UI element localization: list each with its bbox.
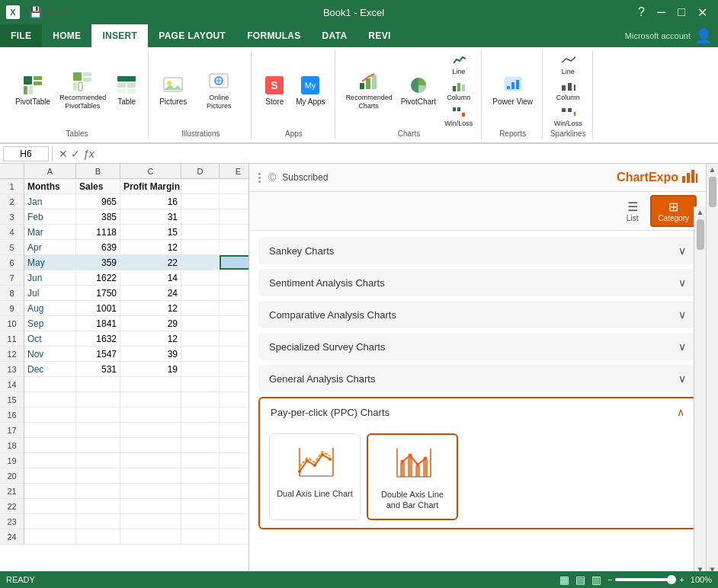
- cell-C4[interactable]: 15: [120, 225, 181, 239]
- cell-A1[interactable]: Months: [24, 179, 76, 193]
- col-header-B[interactable]: B: [76, 164, 120, 178]
- category-sentiment[interactable]: Sentiment Analysis Charts ∨: [258, 269, 697, 296]
- category-general[interactable]: General Analysis Charts ∨: [258, 365, 697, 392]
- cell-C18[interactable]: [120, 438, 181, 452]
- cell-B19[interactable]: [76, 453, 120, 468]
- cell-B16[interactable]: [76, 407, 120, 422]
- cell-C13[interactable]: 19: [120, 362, 181, 376]
- cell-E17[interactable]: [220, 423, 248, 437]
- cell-B9[interactable]: 1001: [76, 301, 120, 315]
- row-header-22[interactable]: 22: [0, 499, 24, 514]
- dual-axis-line-chart-item[interactable]: Dual Axis Line Chart: [269, 433, 361, 520]
- col-header-C[interactable]: C: [120, 164, 181, 178]
- cell-E20[interactable]: [220, 468, 248, 483]
- sparkline-column-button[interactable]: Column: [552, 78, 585, 102]
- status-layout-page-icon[interactable]: ▤: [575, 574, 585, 586]
- cell-E11[interactable]: [220, 331, 248, 346]
- cell-C1[interactable]: Profit Margin: [120, 179, 181, 193]
- cell-B23[interactable]: [76, 514, 120, 529]
- redo-button[interactable]: ↪: [60, 6, 69, 18]
- cell-B3[interactable]: 385: [76, 209, 120, 224]
- cell-D5[interactable]: [181, 240, 220, 254]
- cell-A17[interactable]: [24, 423, 76, 437]
- cell-E5[interactable]: [220, 240, 248, 254]
- cell-D15[interactable]: [181, 392, 220, 407]
- cell-D17[interactable]: [181, 423, 220, 437]
- panel-scroll-up-button[interactable]: ▲: [695, 206, 706, 218]
- cell-E15[interactable]: [220, 392, 248, 407]
- tab-home[interactable]: HOME: [42, 24, 91, 47]
- row-header-9[interactable]: 9: [0, 301, 24, 316]
- cell-D8[interactable]: [181, 286, 220, 300]
- row-header-8[interactable]: 8: [0, 286, 24, 301]
- tab-review[interactable]: REVI: [357, 24, 401, 47]
- cell-E9[interactable]: [220, 301, 248, 315]
- row-header-20[interactable]: 20: [0, 468, 24, 484]
- cell-D12[interactable]: [181, 347, 220, 361]
- cell-C14[interactable]: [120, 377, 181, 391]
- cell-D21[interactable]: [181, 484, 220, 498]
- cell-A18[interactable]: [24, 438, 76, 452]
- row-header-21[interactable]: 21: [0, 484, 24, 499]
- recommended-charts-button[interactable]: Recommended Charts: [343, 68, 395, 112]
- row-header-19[interactable]: 19: [0, 453, 24, 468]
- cell-A8[interactable]: Jul: [24, 286, 76, 300]
- formula-input[interactable]: [98, 146, 715, 161]
- cell-A10[interactable]: Sep: [24, 316, 76, 331]
- col-header-D[interactable]: D: [181, 164, 220, 178]
- cell-B13[interactable]: 531: [76, 362, 120, 376]
- category-survey[interactable]: Specialized Survey Charts ∨: [258, 333, 697, 360]
- cell-A3[interactable]: Feb: [24, 209, 76, 224]
- cell-E10[interactable]: [220, 316, 248, 331]
- cell-B17[interactable]: [76, 423, 120, 437]
- cell-A12[interactable]: Nov: [24, 347, 76, 361]
- cell-E13[interactable]: [220, 362, 248, 376]
- row-header-13[interactable]: 13: [0, 362, 24, 377]
- row-header-3[interactable]: 3: [0, 209, 24, 225]
- cell-C15[interactable]: [120, 392, 181, 407]
- tab-page-layout[interactable]: PAGE LAYOUT: [148, 24, 236, 47]
- cell-E14[interactable]: [220, 377, 248, 391]
- cell-B15[interactable]: [76, 392, 120, 407]
- cell-D24[interactable]: [181, 529, 220, 544]
- cell-B24[interactable]: [76, 529, 120, 544]
- list-view-button[interactable]: ☰ List: [620, 197, 645, 225]
- column-chart-button[interactable]: Column: [442, 78, 475, 102]
- status-layout-normal-icon[interactable]: ▦: [559, 574, 569, 586]
- cell-D7[interactable]: [181, 270, 220, 285]
- cell-reference-input[interactable]: [3, 146, 49, 161]
- cell-E23[interactable]: [220, 514, 248, 529]
- cell-D13[interactable]: [181, 362, 220, 376]
- win-loss-button[interactable]: Win/Loss: [442, 104, 475, 128]
- col-header-A[interactable]: A: [24, 164, 76, 178]
- row-header-15[interactable]: 15: [0, 392, 24, 407]
- main-scroll-up-button[interactable]: ▲: [707, 164, 718, 175]
- cell-B4[interactable]: 1118: [76, 225, 120, 239]
- sparkline-winloss-button[interactable]: Win/Loss: [552, 104, 585, 128]
- cell-B6[interactable]: 359: [76, 255, 120, 270]
- category-view-button[interactable]: ⊞ Category: [650, 195, 697, 227]
- cell-E19[interactable]: [220, 453, 248, 468]
- cell-A22[interactable]: [24, 499, 76, 513]
- cell-C20[interactable]: [120, 468, 181, 483]
- row-header-5[interactable]: 5: [0, 240, 24, 255]
- cell-D18[interactable]: [181, 438, 220, 452]
- cell-C3[interactable]: 31: [120, 209, 181, 224]
- cell-A5[interactable]: Apr: [24, 240, 76, 254]
- cell-C22[interactable]: [120, 499, 181, 513]
- cell-C17[interactable]: [120, 423, 181, 437]
- category-comparative[interactable]: Comparative Analysis Charts ∨: [258, 301, 697, 328]
- line-chart-button[interactable]: Line: [442, 52, 475, 76]
- row-header-6[interactable]: 6: [0, 255, 24, 270]
- cell-B18[interactable]: [76, 438, 120, 452]
- cell-B12[interactable]: 1547: [76, 347, 120, 361]
- cell-E7[interactable]: [220, 270, 248, 285]
- cell-E12[interactable]: [220, 347, 248, 361]
- cell-D14[interactable]: [181, 377, 220, 391]
- pictures-button[interactable]: Pictures: [156, 72, 190, 108]
- main-scroll-thumb[interactable]: [709, 177, 716, 207]
- cell-B20[interactable]: [76, 468, 120, 483]
- cell-A14[interactable]: [24, 377, 76, 391]
- row-header-16[interactable]: 16: [0, 407, 24, 423]
- zoom-out-button[interactable]: −: [607, 575, 612, 584]
